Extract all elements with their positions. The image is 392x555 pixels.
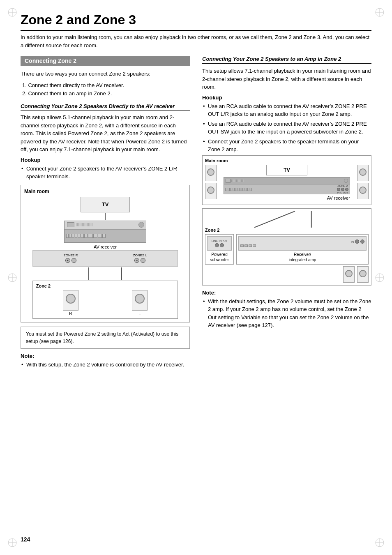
- wire-av-zone2-left: [64, 267, 146, 280]
- right-column: Connecting Your Zone 2 Speakers to an Am…: [202, 56, 371, 370]
- hookup-bullet-right-3: Connect your Zone 2 speakers to the spea…: [202, 138, 371, 154]
- diagram-left: Main room TV: [21, 185, 190, 322]
- rec-amp-label: Receiver/ integrated amp: [238, 252, 367, 263]
- numbered-list: 1. Connect them directly to the AV recei…: [21, 81, 190, 99]
- zone2-speaker-l: L: [132, 290, 148, 316]
- note-label-left: Note:: [21, 353, 190, 359]
- wire-av-zone2-right: [205, 211, 369, 228]
- hookup-bullets-right: Use an RCA audio cable to connect the AV…: [202, 102, 371, 154]
- tv-box-right: TV: [266, 165, 307, 175]
- note-bullet-left-1: With this setup, the Zone 2 volume is co…: [21, 361, 190, 369]
- zone2-r-label: ZONE2 R: [64, 253, 78, 257]
- zone2-l-terminal: ZONE2 L + -: [133, 253, 147, 263]
- zone2-r-minus-knob: -: [71, 258, 76, 263]
- note-bullets-right: With the default settings, the Zone 2 vo…: [202, 297, 371, 329]
- zone2-speakers-label: Zone 2: [36, 283, 175, 288]
- note-box-left: You must set the Powered Zone 2 setting …: [21, 327, 190, 349]
- list-item-1: 1. Connect them directly to the AV recei…: [21, 81, 190, 90]
- hookup-bullet-right-1: Use an RCA audio cable to connect the AV…: [202, 102, 371, 118]
- zone2-l-label: ZONE2 L: [133, 253, 147, 257]
- right-main-room-label: Main room: [205, 158, 369, 163]
- intro-text: In addition to your main listening room,…: [21, 33, 371, 49]
- hookup-bullets-left: Connect your Zone 2 speakers to the AV r…: [21, 165, 190, 181]
- subsection2-text: This setup allows 7.1-channel playback i…: [202, 67, 371, 91]
- corner-mark-bl: [6, 537, 18, 549]
- line-input-label: LINE INPUT: [212, 240, 228, 242]
- corner-mark-tr: [374, 6, 386, 18]
- zone2-r-plus-knob: +: [65, 258, 70, 263]
- corner-mark-br: [374, 537, 386, 549]
- mid-left-mark: [6, 272, 18, 284]
- left-intro: There are two ways you can connect Zone …: [21, 70, 190, 78]
- rec-amp-body: IN: [238, 236, 367, 251]
- left-column: Connecting Zone 2 There are two ways you…: [21, 56, 190, 370]
- mid-right-mark: [374, 272, 386, 284]
- subsection2-title: Connecting Your Zone 2 Speakers to an Am…: [202, 56, 371, 64]
- av-label-right: AV receiver: [224, 196, 350, 200]
- diagram-right-top: Main room TV: [202, 155, 371, 205]
- svg-line-21: [254, 211, 295, 228]
- page-number: 124: [21, 536, 30, 543]
- hookup-title-right: Hookup: [202, 94, 371, 101]
- note-bullet-right-1: With the default settings, the Zone 2 vo…: [202, 297, 371, 329]
- hookup-bullet-left-1: Connect your Zone 2 speakers to the AV r…: [21, 165, 190, 181]
- av-receiver-block-left: [64, 221, 146, 243]
- hookup-title-left: Hookup: [21, 157, 190, 163]
- subsection1-title: Connecting Your Zone 2 Speakers Directly…: [21, 103, 190, 111]
- zone2-terminals-stripe: ZONE2 R + - ZONE2 L + -: [32, 250, 178, 267]
- note-label-right: Note:: [202, 290, 371, 296]
- tv-box-left: TV: [81, 197, 130, 212]
- note-bullets-left: With this setup, the Zone 2 volume is co…: [21, 361, 190, 369]
- av-label-left: AV receiver: [94, 244, 117, 249]
- diagram-right-bottom: Zone 2 LINE INPUT: [202, 208, 371, 286]
- diagram-main-room-label: Main room: [24, 189, 186, 194]
- r-label: R: [63, 311, 78, 316]
- zone2-right-label: Zone 2: [205, 228, 369, 233]
- zone2-speaker-r: R: [63, 290, 78, 316]
- powered-sub-label: Powered subwoofer: [207, 252, 232, 263]
- page-title: Zone 2 and Zone 3: [21, 12, 371, 31]
- zone2-r-terminal: ZONE2 R + -: [64, 253, 78, 263]
- wire-tv-av-left: [64, 213, 146, 220]
- zone2-speakers-area: Zone 2 R: [32, 281, 178, 319]
- section-header-zone2: Connecting Zone 2: [21, 56, 190, 66]
- l-label: L: [132, 311, 148, 316]
- powered-sub-box: LINE INPUT Powered subwoofer: [205, 234, 234, 265]
- list-item-2: 2. Connect them to an amp in Zone 2.: [21, 90, 190, 98]
- corner-mark-tl: [6, 6, 18, 18]
- hookup-bullet-right-2: Use an RCA audio cable to connect the AV…: [202, 120, 371, 136]
- sub-body: LINE INPUT: [207, 236, 232, 251]
- pre-out-label: PRE OUT: [337, 191, 348, 194]
- rec-amp-box: IN: [236, 234, 369, 265]
- zone2-l-minus-knob: -: [141, 258, 145, 263]
- subsection1-text: This setup allows 5.1-channel playback i…: [21, 113, 190, 154]
- zone2-l-plus-knob: +: [134, 258, 139, 263]
- note-box-text: You must set the Powered Zone 2 setting …: [26, 331, 178, 344]
